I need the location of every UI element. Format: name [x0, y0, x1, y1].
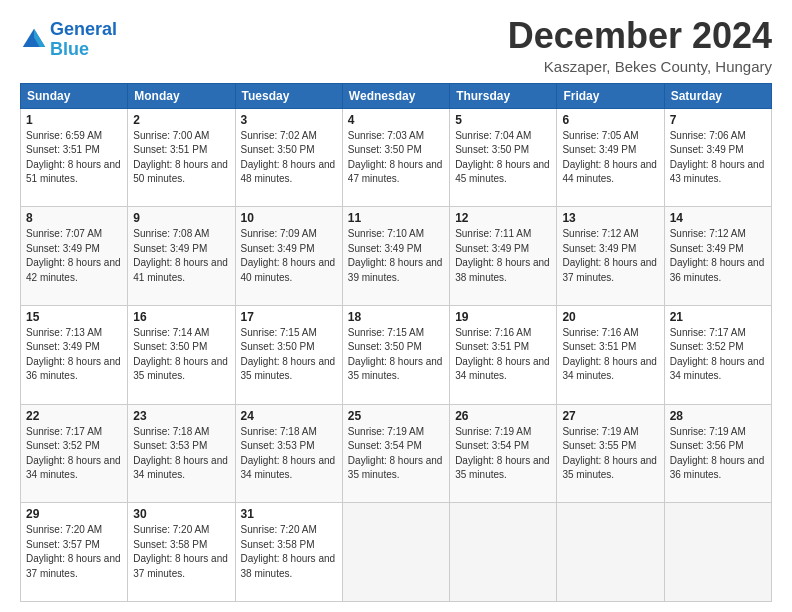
day-info: Sunrise: 7:09 AM Sunset: 3:49 PM Dayligh…: [241, 227, 337, 285]
day-info: Sunrise: 7:02 AM Sunset: 3:50 PM Dayligh…: [241, 129, 337, 187]
sunset-label: Sunset: 3:55 PM: [562, 440, 636, 451]
day-info: Sunrise: 7:12 AM Sunset: 3:49 PM Dayligh…: [562, 227, 658, 285]
day-number: 25: [348, 409, 444, 423]
day-info: Sunrise: 7:13 AM Sunset: 3:49 PM Dayligh…: [26, 326, 122, 384]
sunrise-label: Sunrise: 7:19 AM: [562, 426, 638, 437]
sunrise-label: Sunrise: 7:20 AM: [241, 524, 317, 535]
calendar-week-row: 22 Sunrise: 7:17 AM Sunset: 3:52 PM Dayl…: [21, 404, 772, 503]
daylight-label: Daylight: 8 hours and 38 minutes.: [241, 553, 336, 579]
daylight-label: Daylight: 8 hours and 38 minutes.: [455, 257, 550, 283]
day-info: Sunrise: 7:12 AM Sunset: 3:49 PM Dayligh…: [670, 227, 766, 285]
sunrise-label: Sunrise: 7:08 AM: [133, 228, 209, 239]
sunset-label: Sunset: 3:50 PM: [455, 144, 529, 155]
day-info: Sunrise: 7:16 AM Sunset: 3:51 PM Dayligh…: [455, 326, 551, 384]
title-block: December 2024 Kaszaper, Bekes County, Hu…: [508, 16, 772, 75]
sunset-label: Sunset: 3:52 PM: [670, 341, 744, 352]
day-number: 23: [133, 409, 229, 423]
day-info: Sunrise: 7:17 AM Sunset: 3:52 PM Dayligh…: [26, 425, 122, 483]
daylight-label: Daylight: 8 hours and 35 minutes.: [133, 356, 228, 382]
calendar-week-row: 8 Sunrise: 7:07 AM Sunset: 3:49 PM Dayli…: [21, 207, 772, 306]
calendar-cell: 7 Sunrise: 7:06 AM Sunset: 3:49 PM Dayli…: [664, 108, 771, 207]
sunset-label: Sunset: 3:49 PM: [562, 144, 636, 155]
day-info: Sunrise: 7:07 AM Sunset: 3:49 PM Dayligh…: [26, 227, 122, 285]
sunrise-label: Sunrise: 7:19 AM: [670, 426, 746, 437]
day-number: 17: [241, 310, 337, 324]
sunrise-label: Sunrise: 7:02 AM: [241, 130, 317, 141]
day-info: Sunrise: 7:18 AM Sunset: 3:53 PM Dayligh…: [133, 425, 229, 483]
sunset-label: Sunset: 3:50 PM: [348, 341, 422, 352]
day-info: Sunrise: 7:20 AM Sunset: 3:58 PM Dayligh…: [241, 523, 337, 581]
header: General Blue December 2024 Kaszaper, Bek…: [20, 16, 772, 75]
day-info: Sunrise: 7:19 AM Sunset: 3:55 PM Dayligh…: [562, 425, 658, 483]
sunset-label: Sunset: 3:49 PM: [670, 243, 744, 254]
calendar-day-header: Sunday: [21, 83, 128, 108]
sunset-label: Sunset: 3:51 PM: [562, 341, 636, 352]
calendar-cell: 11 Sunrise: 7:10 AM Sunset: 3:49 PM Dayl…: [342, 207, 449, 306]
daylight-label: Daylight: 8 hours and 35 minutes.: [562, 455, 657, 481]
sunrise-label: Sunrise: 7:14 AM: [133, 327, 209, 338]
daylight-label: Daylight: 8 hours and 51 minutes.: [26, 159, 121, 185]
calendar-cell: 9 Sunrise: 7:08 AM Sunset: 3:49 PM Dayli…: [128, 207, 235, 306]
logo-text: General Blue: [50, 20, 117, 60]
calendar-day-header: Tuesday: [235, 83, 342, 108]
day-number: 30: [133, 507, 229, 521]
daylight-label: Daylight: 8 hours and 37 minutes.: [26, 553, 121, 579]
day-info: Sunrise: 7:16 AM Sunset: 3:51 PM Dayligh…: [562, 326, 658, 384]
month-title: December 2024: [508, 16, 772, 56]
day-number: 6: [562, 113, 658, 127]
calendar-cell: 24 Sunrise: 7:18 AM Sunset: 3:53 PM Dayl…: [235, 404, 342, 503]
sunset-label: Sunset: 3:53 PM: [241, 440, 315, 451]
sunrise-label: Sunrise: 7:15 AM: [241, 327, 317, 338]
sunrise-label: Sunrise: 7:11 AM: [455, 228, 531, 239]
daylight-label: Daylight: 8 hours and 34 minutes.: [670, 356, 765, 382]
sunrise-label: Sunrise: 7:17 AM: [26, 426, 102, 437]
day-number: 29: [26, 507, 122, 521]
sunrise-label: Sunrise: 7:13 AM: [26, 327, 102, 338]
daylight-label: Daylight: 8 hours and 48 minutes.: [241, 159, 336, 185]
calendar-day-header: Wednesday: [342, 83, 449, 108]
calendar-day-header: Friday: [557, 83, 664, 108]
calendar-empty-cell: [664, 503, 771, 602]
day-number: 8: [26, 211, 122, 225]
day-info: Sunrise: 7:05 AM Sunset: 3:49 PM Dayligh…: [562, 129, 658, 187]
daylight-label: Daylight: 8 hours and 43 minutes.: [670, 159, 765, 185]
daylight-label: Daylight: 8 hours and 50 minutes.: [133, 159, 228, 185]
day-number: 11: [348, 211, 444, 225]
sunset-label: Sunset: 3:54 PM: [455, 440, 529, 451]
day-info: Sunrise: 7:10 AM Sunset: 3:49 PM Dayligh…: [348, 227, 444, 285]
calendar: SundayMondayTuesdayWednesdayThursdayFrid…: [20, 83, 772, 602]
sunrise-label: Sunrise: 7:09 AM: [241, 228, 317, 239]
sunset-label: Sunset: 3:50 PM: [241, 144, 315, 155]
logo-line1: General: [50, 19, 117, 39]
daylight-label: Daylight: 8 hours and 34 minutes.: [133, 455, 228, 481]
sunrise-label: Sunrise: 7:05 AM: [562, 130, 638, 141]
daylight-label: Daylight: 8 hours and 37 minutes.: [562, 257, 657, 283]
calendar-cell: 1 Sunrise: 6:59 AM Sunset: 3:51 PM Dayli…: [21, 108, 128, 207]
day-info: Sunrise: 7:20 AM Sunset: 3:58 PM Dayligh…: [133, 523, 229, 581]
day-info: Sunrise: 7:20 AM Sunset: 3:57 PM Dayligh…: [26, 523, 122, 581]
calendar-cell: 29 Sunrise: 7:20 AM Sunset: 3:57 PM Dayl…: [21, 503, 128, 602]
calendar-cell: 10 Sunrise: 7:09 AM Sunset: 3:49 PM Dayl…: [235, 207, 342, 306]
calendar-cell: 23 Sunrise: 7:18 AM Sunset: 3:53 PM Dayl…: [128, 404, 235, 503]
sunrise-label: Sunrise: 7:18 AM: [241, 426, 317, 437]
sunrise-label: Sunrise: 7:20 AM: [133, 524, 209, 535]
day-info: Sunrise: 7:17 AM Sunset: 3:52 PM Dayligh…: [670, 326, 766, 384]
daylight-label: Daylight: 8 hours and 36 minutes.: [26, 356, 121, 382]
daylight-label: Daylight: 8 hours and 35 minutes.: [348, 455, 443, 481]
sunset-label: Sunset: 3:58 PM: [133, 539, 207, 550]
calendar-header-row: SundayMondayTuesdayWednesdayThursdayFrid…: [21, 83, 772, 108]
sunrise-label: Sunrise: 7:18 AM: [133, 426, 209, 437]
daylight-label: Daylight: 8 hours and 45 minutes.: [455, 159, 550, 185]
calendar-cell: 18 Sunrise: 7:15 AM Sunset: 3:50 PM Dayl…: [342, 305, 449, 404]
daylight-label: Daylight: 8 hours and 37 minutes.: [133, 553, 228, 579]
day-number: 9: [133, 211, 229, 225]
daylight-label: Daylight: 8 hours and 41 minutes.: [133, 257, 228, 283]
sunrise-label: Sunrise: 7:07 AM: [26, 228, 102, 239]
sunset-label: Sunset: 3:51 PM: [133, 144, 207, 155]
calendar-cell: 22 Sunrise: 7:17 AM Sunset: 3:52 PM Dayl…: [21, 404, 128, 503]
daylight-label: Daylight: 8 hours and 39 minutes.: [348, 257, 443, 283]
daylight-label: Daylight: 8 hours and 47 minutes.: [348, 159, 443, 185]
sunset-label: Sunset: 3:50 PM: [241, 341, 315, 352]
calendar-week-row: 29 Sunrise: 7:20 AM Sunset: 3:57 PM Dayl…: [21, 503, 772, 602]
sunset-label: Sunset: 3:56 PM: [670, 440, 744, 451]
